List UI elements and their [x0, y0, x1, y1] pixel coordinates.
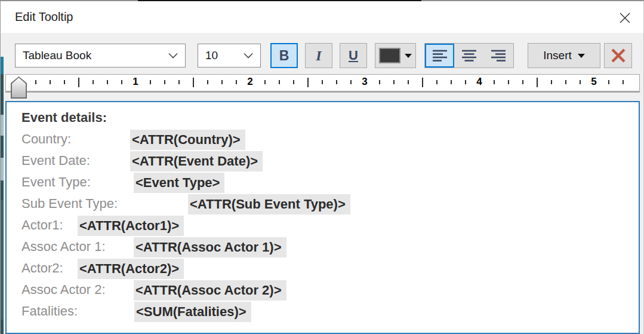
- ruler-tick: [379, 80, 380, 84]
- ruler-tick: [236, 80, 237, 84]
- field-label: Fatalities:: [21, 301, 78, 322]
- field-token[interactable]: <ATTR(Sub Event Type)>: [188, 194, 350, 215]
- italic-button[interactable]: I: [305, 43, 332, 68]
- editor-row: Event Date: <ATTR(Event Date)>: [7, 150, 639, 171]
- field-label: Assoc Actor 1:: [21, 236, 106, 258]
- red-x-icon: [610, 47, 627, 64]
- ruler-tick: [336, 80, 337, 84]
- field-token[interactable]: <ATTR(Assoc Actor 2)>: [134, 280, 286, 301]
- ruler-number: 4: [476, 76, 482, 88]
- underline-label: U: [349, 48, 358, 63]
- editor-row: Actor2: <ATTR(Actor2)>: [7, 258, 639, 279]
- insert-label: Insert: [543, 49, 572, 62]
- ruler-tick: [64, 80, 65, 84]
- editor-row: Actor1: <ATTR(Actor1)>: [7, 215, 639, 236]
- ruler-tick: [279, 80, 280, 84]
- color-swatch-icon: [379, 48, 400, 63]
- bold-label: B: [279, 48, 289, 64]
- field-token[interactable]: <Event Type>: [134, 173, 224, 193]
- align-left-icon: [431, 48, 449, 63]
- dropdown-arrow-icon: [405, 54, 412, 58]
- insert-button[interactable]: Insert: [528, 43, 600, 68]
- font-size-select[interactable]: 10: [198, 44, 261, 68]
- ruler-number: 2: [247, 76, 252, 88]
- ruler-tick: [537, 78, 538, 87]
- editor-row: Country: <ATTR(Country)>: [7, 128, 639, 150]
- editor-row: Assoc Actor 1: <ATTR(Assoc Actor 1)>: [7, 236, 639, 258]
- ruler-tick: [121, 80, 122, 84]
- ruler-tick: [221, 80, 223, 84]
- align-left-button[interactable]: [425, 44, 454, 68]
- italic-label: I: [316, 48, 321, 64]
- field-token[interactable]: <ATTR(Event Date)>: [130, 151, 263, 171]
- ruler-number: 1: [133, 76, 138, 88]
- ruler-tick: [565, 80, 566, 84]
- ruler-tick: [623, 80, 624, 84]
- editor-row: Fatalities: <SUM(Fatalities)>: [7, 301, 639, 322]
- editor-rows: Country: <ATTR(Country)> Event Date: <AT…: [7, 128, 639, 322]
- ruler-tick: [408, 80, 409, 84]
- editor-heading-row: Event details:: [7, 107, 639, 128]
- close-icon[interactable]: [617, 10, 633, 26]
- editor-row: Assoc Actor 2: <ATTR(Assoc Actor 2)>: [7, 279, 639, 301]
- edit-tooltip-dialog: Edit Tooltip Tableau Book 10 B I U: [0, 0, 644, 334]
- dialog-title: Edit Tooltip: [15, 10, 73, 24]
- font-family-select[interactable]: Tableau Book: [15, 44, 186, 68]
- ruler-tick: [307, 78, 309, 87]
- field-label: Event Type:: [21, 171, 91, 193]
- ruler-tick: [35, 80, 36, 84]
- underline-button[interactable]: U: [340, 43, 367, 68]
- ruler-tick: [350, 80, 352, 84]
- chevron-down-icon: [168, 53, 178, 59]
- editor-row: Event Type: <Event Type>: [7, 171, 639, 193]
- field-label: Event Date:: [21, 150, 90, 171]
- ruler-tick: [522, 80, 523, 84]
- ruler-number: 3: [362, 76, 367, 88]
- align-right-button[interactable]: [484, 44, 513, 68]
- background-window-edge: [1, 115, 4, 136]
- align-right-icon: [489, 48, 507, 63]
- dialog-titlebar: Edit Tooltip: [1, 1, 643, 33]
- ruler-tick: [465, 80, 466, 84]
- ruler-tick: [93, 80, 94, 84]
- field-label: Sub Event Type:: [21, 193, 118, 215]
- field-token[interactable]: <ATTR(Actor1)>: [78, 216, 184, 236]
- field-label: Actor1:: [21, 215, 63, 236]
- ruler-tick: [193, 78, 194, 87]
- ruler-tick: [393, 80, 395, 84]
- ruler-tick: [422, 78, 423, 87]
- ruler-tick: [50, 80, 51, 84]
- ruler-tick: [580, 80, 581, 84]
- field-token[interactable]: <ATTR(Country)>: [130, 130, 245, 150]
- field-token[interactable]: <ATTR(Assoc Actor 1)>: [134, 237, 286, 258]
- ruler-tick: [293, 80, 294, 84]
- ruler-number: 5: [591, 76, 596, 88]
- font-color-button[interactable]: [375, 43, 416, 68]
- field-label: Country:: [21, 128, 71, 150]
- editor-heading: Event details:: [21, 107, 107, 128]
- ruler-tick: [107, 80, 108, 84]
- align-center-button[interactable]: [454, 44, 483, 68]
- chevron-down-icon: [244, 53, 253, 59]
- ruler-tick: [608, 80, 609, 84]
- editor-row: Sub Event Type: <ATTR(Sub Event Type)>: [7, 193, 639, 215]
- field-label: Assoc Actor 2:: [21, 279, 106, 301]
- alignment-button-group: [424, 43, 514, 68]
- ruler-tick: [508, 80, 509, 84]
- dropdown-arrow-icon: [578, 54, 585, 58]
- ruler-tick: [451, 80, 452, 84]
- ruler-tick: [494, 80, 495, 84]
- ruler-tick: [551, 80, 552, 84]
- background-window-edge: [1, 200, 4, 320]
- align-center-icon: [460, 48, 478, 63]
- background-window-edge: [1, 57, 4, 74]
- background-window-edge: [1, 158, 4, 180]
- bold-button[interactable]: B: [270, 43, 298, 68]
- field-token[interactable]: <SUM(Fatalities)>: [134, 302, 251, 322]
- ruler-tick: [264, 80, 266, 84]
- tooltip-text-editor[interactable]: Event details: Country: <ATTR(Country)> …: [5, 101, 640, 334]
- indent-marker[interactable]: [11, 76, 27, 99]
- clear-formatting-button[interactable]: [604, 43, 632, 68]
- field-token[interactable]: <ATTR(Actor2)>: [78, 259, 184, 279]
- ruler-tick: [78, 78, 79, 87]
